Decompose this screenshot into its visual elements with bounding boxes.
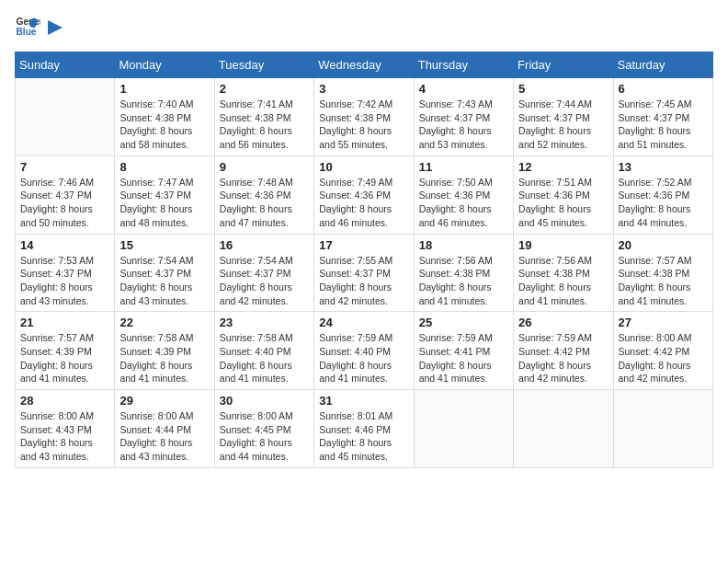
day-number: 21 (20, 316, 109, 329)
day-info: Sunrise: 7:47 AMSunset: 4:37 PMDaylight:… (119, 176, 209, 230)
day-number: 16 (220, 238, 309, 252)
calendar-cell: 20Sunrise: 7:57 AMSunset: 4:38 PMDayligh… (613, 234, 712, 312)
day-number: 4 (419, 82, 508, 96)
calendar-cell: 12Sunrise: 7:51 AMSunset: 4:36 PMDayligh… (514, 155, 613, 234)
day-info: Sunrise: 7:58 AMSunset: 4:40 PMDaylight:… (220, 331, 309, 385)
calendar-cell: 28Sunrise: 8:00 AMSunset: 4:43 PMDayligh… (16, 390, 115, 468)
calendar-cell: 31Sunrise: 8:01 AMSunset: 4:46 PMDayligh… (314, 390, 414, 468)
logo: General Blue (15, 15, 66, 40)
day-number: 20 (619, 238, 708, 252)
day-info: Sunrise: 8:00 AMSunset: 4:42 PMDaylight:… (619, 331, 708, 385)
day-info: Sunrise: 7:43 AMSunset: 4:37 PMDaylight:… (419, 98, 508, 152)
day-info: Sunrise: 7:40 AMSunset: 4:38 PMDaylight:… (119, 98, 209, 152)
day-number: 8 (119, 160, 209, 174)
calendar-cell: 8Sunrise: 7:47 AMSunset: 4:37 PMDaylight… (115, 155, 214, 234)
calendar-cell (514, 390, 613, 468)
calendar-cell: 7Sunrise: 7:46 AMSunset: 4:37 PMDaylight… (16, 155, 115, 234)
day-number: 28 (20, 394, 109, 408)
calendar-cell (414, 390, 513, 468)
day-number: 1 (119, 82, 209, 96)
day-info: Sunrise: 7:50 AMSunset: 4:36 PMDaylight:… (419, 176, 508, 230)
page-header: General Blue (15, 15, 713, 40)
calendar-header: SundayMondayTuesdayWednesdayThursdayFrid… (16, 52, 713, 78)
calendar-cell (16, 78, 115, 156)
day-info: Sunrise: 7:45 AMSunset: 4:37 PMDaylight:… (619, 98, 708, 152)
weekday-header-monday: Monday (115, 52, 214, 78)
calendar-cell: 13Sunrise: 7:52 AMSunset: 4:36 PMDayligh… (613, 155, 712, 234)
day-info: Sunrise: 7:54 AMSunset: 4:37 PMDaylight:… (220, 254, 309, 308)
calendar-cell: 26Sunrise: 7:59 AMSunset: 4:42 PMDayligh… (514, 312, 613, 390)
day-info: Sunrise: 7:49 AMSunset: 4:36 PMDaylight:… (319, 176, 408, 230)
logo-icon: General Blue (15, 15, 40, 40)
day-number: 24 (319, 316, 408, 329)
weekday-header-friday: Friday (514, 52, 613, 78)
day-number: 18 (419, 238, 508, 252)
calendar-cell (613, 390, 712, 468)
weekday-header-thursday: Thursday (414, 52, 513, 78)
day-number: 14 (20, 238, 109, 252)
calendar-cell: 22Sunrise: 7:58 AMSunset: 4:39 PMDayligh… (115, 312, 214, 390)
weekday-header-saturday: Saturday (613, 52, 712, 78)
day-info: Sunrise: 8:00 AMSunset: 4:43 PMDaylight:… (20, 409, 109, 464)
day-info: Sunrise: 7:56 AMSunset: 4:38 PMDaylight:… (518, 254, 608, 308)
calendar-cell: 15Sunrise: 7:54 AMSunset: 4:37 PMDayligh… (115, 234, 214, 312)
weekday-header-tuesday: Tuesday (214, 52, 313, 78)
calendar-cell: 1Sunrise: 7:40 AMSunset: 4:38 PMDaylight… (115, 78, 214, 156)
day-number: 31 (319, 394, 408, 408)
day-number: 2 (220, 82, 309, 96)
day-info: Sunrise: 7:58 AMSunset: 4:39 PMDaylight:… (119, 331, 209, 385)
day-number: 30 (220, 394, 309, 408)
calendar-cell: 4Sunrise: 7:43 AMSunset: 4:37 PMDaylight… (414, 78, 513, 156)
weekday-header-sunday: Sunday (16, 52, 115, 78)
day-number: 11 (419, 160, 508, 174)
day-info: Sunrise: 8:00 AMSunset: 4:44 PMDaylight:… (119, 409, 209, 464)
calendar-cell: 16Sunrise: 7:54 AMSunset: 4:37 PMDayligh… (214, 234, 313, 312)
day-number: 13 (619, 160, 708, 174)
day-number: 12 (518, 160, 608, 174)
day-number: 22 (119, 316, 209, 329)
day-info: Sunrise: 7:51 AMSunset: 4:36 PMDaylight:… (518, 176, 608, 230)
svg-text:Blue: Blue (17, 27, 37, 37)
day-number: 23 (220, 316, 309, 329)
calendar-cell: 21Sunrise: 7:57 AMSunset: 4:39 PMDayligh… (16, 312, 115, 390)
day-number: 5 (518, 82, 608, 96)
day-number: 3 (319, 82, 408, 96)
day-number: 17 (319, 238, 408, 252)
day-number: 15 (119, 238, 209, 252)
calendar-cell: 14Sunrise: 7:53 AMSunset: 4:37 PMDayligh… (16, 234, 115, 312)
calendar-cell: 23Sunrise: 7:58 AMSunset: 4:40 PMDayligh… (214, 312, 313, 390)
calendar-cell: 24Sunrise: 7:59 AMSunset: 4:40 PMDayligh… (314, 312, 414, 390)
calendar-cell: 11Sunrise: 7:50 AMSunset: 4:36 PMDayligh… (414, 155, 513, 234)
day-info: Sunrise: 7:59 AMSunset: 4:41 PMDaylight:… (419, 331, 508, 385)
calendar-cell: 9Sunrise: 7:48 AMSunset: 4:36 PMDaylight… (214, 155, 313, 234)
calendar-cell: 25Sunrise: 7:59 AMSunset: 4:41 PMDayligh… (414, 312, 513, 390)
day-number: 10 (319, 160, 408, 174)
calendar-cell: 2Sunrise: 7:41 AMSunset: 4:38 PMDaylight… (214, 78, 313, 156)
weekday-header-wednesday: Wednesday (314, 52, 414, 78)
logo-flag-icon (46, 18, 64, 37)
day-info: Sunrise: 7:46 AMSunset: 4:37 PMDaylight:… (20, 176, 109, 230)
day-info: Sunrise: 7:44 AMSunset: 4:37 PMDaylight:… (518, 98, 608, 152)
calendar-cell: 30Sunrise: 8:00 AMSunset: 4:45 PMDayligh… (214, 390, 313, 468)
calendar-table: SundayMondayTuesdayWednesdayThursdayFrid… (15, 52, 713, 468)
day-number: 9 (220, 160, 309, 174)
day-info: Sunrise: 7:59 AMSunset: 4:40 PMDaylight:… (319, 331, 408, 385)
day-info: Sunrise: 7:57 AMSunset: 4:38 PMDaylight:… (619, 254, 708, 308)
day-info: Sunrise: 7:59 AMSunset: 4:42 PMDaylight:… (518, 331, 608, 385)
calendar-cell: 27Sunrise: 8:00 AMSunset: 4:42 PMDayligh… (613, 312, 712, 390)
day-info: Sunrise: 7:48 AMSunset: 4:36 PMDaylight:… (220, 176, 309, 230)
day-info: Sunrise: 7:57 AMSunset: 4:39 PMDaylight:… (20, 331, 109, 385)
calendar-cell: 17Sunrise: 7:55 AMSunset: 4:37 PMDayligh… (314, 234, 414, 312)
calendar-cell: 6Sunrise: 7:45 AMSunset: 4:37 PMDaylight… (613, 78, 712, 156)
calendar-cell: 18Sunrise: 7:56 AMSunset: 4:38 PMDayligh… (414, 234, 513, 312)
day-info: Sunrise: 8:01 AMSunset: 4:46 PMDaylight:… (319, 409, 408, 464)
day-number: 26 (518, 316, 608, 329)
svg-marker-2 (48, 20, 63, 35)
day-number: 29 (119, 394, 209, 408)
day-number: 25 (419, 316, 508, 329)
day-info: Sunrise: 7:55 AMSunset: 4:37 PMDaylight:… (319, 254, 408, 308)
day-info: Sunrise: 7:56 AMSunset: 4:38 PMDaylight:… (419, 254, 508, 308)
day-info: Sunrise: 8:00 AMSunset: 4:45 PMDaylight:… (220, 409, 309, 464)
day-info: Sunrise: 7:42 AMSunset: 4:38 PMDaylight:… (319, 98, 408, 152)
day-info: Sunrise: 7:53 AMSunset: 4:37 PMDaylight:… (20, 254, 109, 308)
